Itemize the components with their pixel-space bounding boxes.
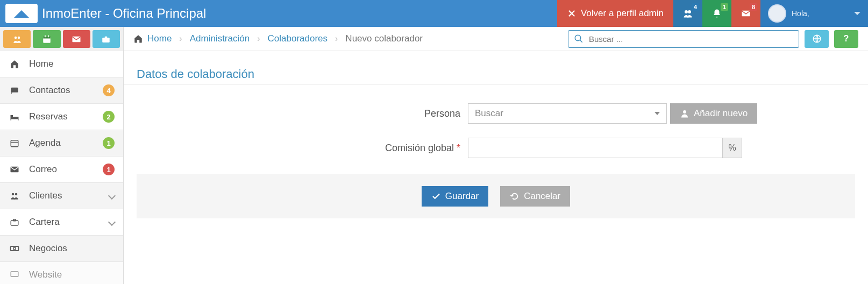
group-icon bbox=[9, 191, 20, 201]
logo-image bbox=[5, 4, 38, 23]
mail-button[interactable]: 8 bbox=[731, 0, 760, 27]
greeting: Hola, bbox=[792, 9, 849, 18]
sidebar-badge: 1 bbox=[103, 137, 115, 149]
breadcrumb-sep: › bbox=[179, 34, 182, 44]
chevron-down-icon bbox=[654, 112, 660, 115]
bed-icon bbox=[9, 112, 20, 122]
svg-point-33 bbox=[683, 110, 686, 113]
help-icon: ? bbox=[844, 34, 849, 44]
mail-icon bbox=[9, 165, 20, 174]
breadcrumb-sep: › bbox=[257, 34, 260, 44]
sidebar-item-home[interactable]: Home bbox=[0, 51, 123, 77]
svg-rect-6 bbox=[43, 36, 51, 38]
svg-rect-19 bbox=[18, 119, 19, 120]
sidebar-item-label: Reservas bbox=[29, 111, 94, 122]
svg-point-26 bbox=[12, 193, 15, 196]
quick-actions-bar bbox=[0, 27, 124, 51]
quick-mail-button[interactable] bbox=[63, 30, 90, 48]
breadcrumb-admin[interactable]: Administración bbox=[190, 33, 250, 44]
mail-badge: 8 bbox=[750, 3, 757, 11]
section-title: Datos de colaboración bbox=[137, 67, 868, 81]
svg-point-1 bbox=[688, 10, 691, 13]
back-to-admin-button[interactable]: Volver a perfil admin bbox=[557, 0, 673, 27]
breadcrumb: Home › Administración › Colaboradores › … bbox=[124, 27, 868, 51]
user-menu[interactable]: Hola, bbox=[760, 0, 868, 27]
app-title: InmoEnter - Oficina Principal bbox=[42, 6, 206, 21]
svg-line-13 bbox=[580, 40, 582, 42]
alerts-button[interactable]: 1 bbox=[702, 0, 731, 27]
chevron-down-icon bbox=[108, 192, 116, 200]
group-notifications-button[interactable]: 4 bbox=[673, 0, 702, 27]
comision-label: Comisión global * bbox=[124, 143, 468, 154]
sidebar-item-label: Cartera bbox=[29, 217, 101, 228]
sidebar-item-cartera[interactable]: Cartera bbox=[0, 209, 123, 236]
cancel-button[interactable]: Cancelar bbox=[500, 186, 570, 207]
top-nav: InmoEnter - Oficina Principal Volver a p… bbox=[0, 0, 868, 27]
undo-icon bbox=[510, 191, 520, 201]
persona-select[interactable]: Buscar bbox=[468, 103, 667, 124]
calendar-icon bbox=[9, 138, 20, 148]
sidebar-item-correo[interactable]: Correo 1 bbox=[0, 157, 123, 183]
mail-icon bbox=[72, 34, 81, 44]
back-to-admin-label: Volver a perfil admin bbox=[581, 8, 664, 19]
quick-cartera-button[interactable] bbox=[93, 30, 120, 48]
svg-point-3 bbox=[14, 36, 17, 39]
svg-rect-15 bbox=[11, 88, 18, 93]
search-input[interactable] bbox=[588, 34, 793, 44]
svg-point-4 bbox=[17, 36, 20, 39]
alerts-badge: 1 bbox=[721, 3, 728, 11]
form-actions: Guardar Cancelar bbox=[137, 174, 855, 218]
svg-rect-20 bbox=[11, 140, 18, 147]
sidebar-badge: 4 bbox=[103, 84, 115, 96]
persona-placeholder: Buscar bbox=[475, 108, 654, 119]
svg-point-0 bbox=[685, 10, 688, 13]
svg-rect-32 bbox=[11, 272, 18, 276]
percent-addon: % bbox=[723, 138, 742, 158]
avatar bbox=[768, 4, 786, 23]
money-icon bbox=[9, 244, 20, 253]
sidebar-item-label: Contactos bbox=[29, 85, 94, 96]
briefcase-icon bbox=[101, 34, 111, 44]
global-search[interactable] bbox=[568, 30, 799, 48]
sidebar-item-label: Agenda bbox=[29, 138, 94, 148]
monitor-icon bbox=[9, 270, 20, 280]
group-icon bbox=[12, 34, 22, 44]
persona-label: Persona bbox=[124, 108, 468, 119]
logo[interactable]: InmoEnter - Oficina Principal bbox=[0, 0, 211, 27]
svg-point-27 bbox=[15, 193, 18, 196]
sidebar-item-contactos[interactable]: Contactos 4 bbox=[0, 77, 123, 104]
comision-input[interactable] bbox=[468, 138, 723, 158]
sidebar-item-label: Website bbox=[29, 269, 115, 280]
sidebar-item-clientes[interactable]: Clientes bbox=[0, 183, 123, 209]
search-icon bbox=[574, 34, 584, 44]
svg-rect-17 bbox=[11, 115, 13, 117]
save-button[interactable]: Guardar bbox=[422, 186, 488, 207]
quick-agenda-button[interactable] bbox=[33, 30, 60, 48]
help-button[interactable]: ? bbox=[834, 30, 858, 48]
svg-rect-7 bbox=[45, 35, 46, 37]
chat-icon bbox=[9, 86, 20, 95]
sidebar-item-negocios[interactable]: Negocios bbox=[0, 236, 123, 262]
globe-button[interactable] bbox=[805, 30, 829, 48]
globe-icon bbox=[812, 34, 822, 44]
chevron-down-icon bbox=[108, 218, 116, 226]
add-new-button[interactable]: Añadir nuevo bbox=[670, 103, 757, 124]
home-icon bbox=[9, 59, 20, 69]
quick-clients-button[interactable] bbox=[3, 30, 31, 48]
sidebar-item-label: Home bbox=[29, 59, 115, 69]
sidebar-item-label: Clientes bbox=[29, 190, 101, 201]
sidebar-item-website[interactable]: Website bbox=[0, 262, 123, 284]
sidebar-badge: 1 bbox=[103, 164, 115, 175]
calendar-icon bbox=[42, 34, 52, 44]
briefcase-icon bbox=[9, 217, 20, 227]
breadcrumb-collab[interactable]: Colaboradores bbox=[268, 33, 328, 44]
home-icon bbox=[133, 34, 143, 44]
svg-point-31 bbox=[13, 247, 16, 250]
breadcrumb-current: Nuevo colaborador bbox=[345, 33, 423, 44]
group-badge: 4 bbox=[692, 3, 699, 11]
sidebar: Home Contactos 4 Reservas 2 Agenda 1 Cor… bbox=[0, 51, 124, 284]
breadcrumb-home[interactable]: Home bbox=[133, 33, 172, 44]
svg-rect-16 bbox=[11, 117, 19, 119]
sidebar-item-agenda[interactable]: Agenda 1 bbox=[0, 130, 123, 157]
sidebar-item-reservas[interactable]: Reservas 2 bbox=[0, 104, 123, 130]
